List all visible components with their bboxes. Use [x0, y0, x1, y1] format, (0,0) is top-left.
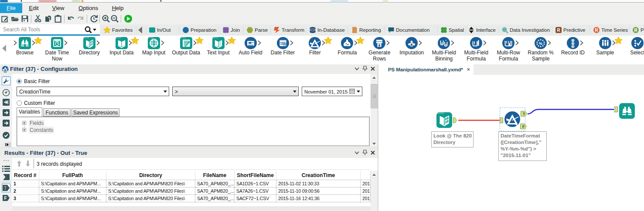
configuration-close-icon[interactable]	[371, 66, 375, 71]
filter-input-anchor[interactable]	[499, 117, 503, 124]
column-header-record-#[interactable]: Record #	[12, 171, 39, 180]
true-output-anchor-button[interactable]: T	[2, 184, 10, 192]
configuration-pin-icon[interactable]	[363, 66, 367, 71]
output-true-tab-icon[interactable]	[2, 108, 10, 117]
expression-tree: FieldsConstants	[17, 117, 370, 146]
category-p[interactable]: RP	[632, 24, 644, 36]
cut-button[interactable]	[34, 14, 42, 23]
tree-expand-icon[interactable]	[22, 128, 26, 132]
category-in-out[interactable]: In/Out	[149, 24, 170, 36]
zoom-in-button[interactable]	[102, 14, 110, 23]
connection-flag-icon[interactable]	[2, 173, 10, 181]
menu-view[interactable]: View	[48, 3, 68, 13]
redo-button[interactable]	[76, 14, 85, 23]
column-header-shortfilename[interactable]: ShortFileName	[235, 171, 276, 180]
tool-separator-chevron-icon	[14, 40, 17, 47]
category-separator	[146, 27, 147, 33]
custom-filter-radio[interactable]	[17, 100, 22, 106]
run-button[interactable]	[124, 14, 133, 23]
tab-variables[interactable]: Variables	[17, 107, 42, 117]
category-parse[interactable]: Parse	[246, 24, 268, 36]
tool-separator-chevron-icon	[354, 40, 358, 47]
results-scroll-up-button[interactable]	[371, 171, 378, 178]
menu-options[interactable]: Options	[74, 3, 102, 13]
filter-false-output-anchor[interactable]: F	[520, 124, 527, 131]
move-down-icon[interactable]	[25, 160, 31, 168]
false-output-anchor-button[interactable]: F	[2, 194, 10, 202]
sidebar-drag-dots: •••	[3, 158, 10, 162]
configuration-scrollbar[interactable]	[371, 74, 378, 147]
save-button[interactable]	[20, 14, 29, 23]
column-header-fullpath[interactable]: FullPath	[39, 171, 106, 180]
paste-button[interactable]	[54, 14, 62, 23]
search-input[interactable]: Search All Tools	[0, 24, 100, 34]
calendar-icon[interactable]	[349, 88, 355, 95]
basic-filter-radio[interactable]	[17, 79, 22, 84]
copy-button[interactable]	[44, 14, 53, 23]
category-preparation[interactable]: Preparation	[182, 24, 216, 36]
filter-date-input[interactable]: November 01, 2015	[302, 87, 362, 96]
svg-text:R: R	[595, 28, 598, 33]
category-data-investigation[interactable]: Data Investigation	[501, 24, 550, 36]
filter-annotation[interactable]: DateTimeFormat([CreationTime],"%Y-%m-%d"…	[498, 131, 547, 161]
wire-filter-to-browse[interactable]	[528, 110, 614, 114]
scroll-up-button[interactable]	[371, 74, 378, 81]
browse-tool-node[interactable]	[619, 103, 635, 119]
category-predictive[interactable]: RPredictive	[555, 24, 586, 36]
column-header-directory[interactable]: Directory	[106, 171, 195, 180]
move-up-icon[interactable]	[17, 160, 22, 168]
filter-tool-node[interactable]	[504, 111, 520, 127]
input-tab-icon[interactable]	[2, 98, 10, 107]
categories-back-icon[interactable]	[137, 26, 143, 35]
filter-true-output-anchor[interactable]: T	[521, 111, 527, 118]
category-in-database[interactable]: In-Database	[309, 24, 345, 36]
configuration-tab-icon[interactable]	[2, 77, 10, 85]
column-header-creationtime[interactable]: CreationTime	[276, 171, 361, 180]
column-header-partial[interactable]	[361, 171, 371, 180]
menu-edit[interactable]: Edit	[25, 3, 43, 13]
tab-functions[interactable]: Functions	[43, 108, 71, 117]
results-scrollbar[interactable]	[371, 171, 378, 211]
undo-button[interactable]	[67, 14, 75, 23]
search-icon[interactable]	[84, 26, 97, 35]
directory-output-anchor[interactable]	[453, 117, 457, 124]
scroll-down-button[interactable]	[371, 140, 378, 147]
workflow-tab[interactable]: PS Manipulationmarshall.yxmd* ×	[378, 64, 474, 75]
category-join[interactable]: Join	[222, 24, 240, 36]
refresh-button[interactable]	[89, 14, 98, 23]
menu-help[interactable]: Help	[107, 3, 128, 13]
directory-tool-node[interactable]	[436, 112, 452, 128]
records-displayed-status: 3 records displayed	[37, 161, 82, 167]
category-time-series[interactable]: RTime Series	[593, 24, 628, 36]
menu-file[interactable]: File	[0, 3, 22, 13]
output-false-tab-icon[interactable]	[2, 119, 10, 127]
results-pin-icon[interactable]	[363, 150, 367, 155]
category-documentation[interactable]: Documentation	[388, 24, 429, 36]
filter-operator-select[interactable]: >	[172, 87, 299, 96]
status-tab-icon[interactable]	[2, 131, 10, 140]
workflow-tab-close-icon[interactable]: ×	[467, 66, 470, 73]
menubar: FileEditViewOptionsHelp	[0, 3, 644, 13]
category-spatial[interactable]: Spatial	[440, 24, 464, 36]
results-menu-icon[interactable]	[354, 150, 359, 155]
timeseries-category-icon: R	[593, 27, 600, 33]
directory-annotation[interactable]: Look @ The 820Directory	[431, 131, 474, 147]
column-header-filename[interactable]: FileName	[195, 171, 235, 180]
category-reporting[interactable]: Reporting	[351, 24, 381, 36]
results-close-icon[interactable]	[371, 150, 375, 155]
filter-field-select[interactable]: CreationTime	[17, 87, 169, 96]
browse-input-anchor[interactable]	[614, 107, 618, 114]
category-favorites[interactable]: Favorites	[103, 24, 133, 36]
canvas-area[interactable]: T F Look @ The 820Directory DateTimeForm…	[378, 75, 644, 211]
category-transform[interactable]: Transform	[273, 24, 304, 36]
zoom-out-button[interactable]	[110, 14, 119, 23]
tab-saved-expressions[interactable]: Saved Expressions	[72, 108, 119, 117]
open-button[interactable]	[11, 14, 20, 23]
new-button[interactable]	[1, 14, 10, 23]
navigation-tab-icon[interactable]	[2, 88, 10, 97]
configuration-menu-icon[interactable]	[354, 66, 359, 71]
results-sidebar: •••TF	[0, 158, 12, 211]
results-list-icon[interactable]	[2, 164, 10, 173]
category-interface[interactable]: Interface	[468, 24, 496, 36]
palette-back-icon[interactable]	[1, 44, 7, 54]
